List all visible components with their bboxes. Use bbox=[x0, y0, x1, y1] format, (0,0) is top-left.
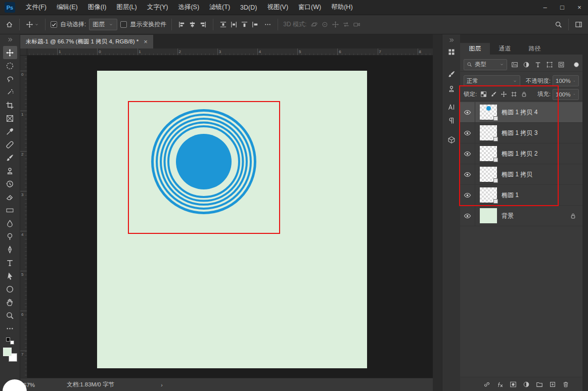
fill-field[interactable]: 100% bbox=[553, 89, 579, 100]
lock-transparent-pixels-icon[interactable] bbox=[479, 89, 488, 100]
layer-row[interactable]: 椭圆 1 拷贝 4 bbox=[460, 102, 582, 123]
layer-thumbnail[interactable] bbox=[480, 105, 497, 120]
filter-pixel-layers-icon[interactable] bbox=[509, 60, 520, 70]
vertical-ruler[interactable]: 01234567 bbox=[20, 56, 27, 378]
edit-toolbar-button[interactable] bbox=[3, 322, 17, 335]
new-layer-icon[interactable] bbox=[548, 379, 557, 390]
layer-visibility-icon[interactable] bbox=[460, 185, 475, 205]
foreground-color-swatch[interactable] bbox=[3, 348, 12, 356]
distribute-horizontal-centers-icon[interactable] bbox=[250, 20, 260, 29]
filter-smart-objects-icon[interactable] bbox=[556, 60, 566, 70]
pen-tool[interactable] bbox=[3, 243, 17, 256]
hand-tool[interactable] bbox=[3, 296, 17, 309]
3d-panel-icon[interactable] bbox=[445, 134, 458, 145]
auto-select-target-dropdown[interactable]: 图层 bbox=[89, 19, 117, 30]
3d-slide-icon[interactable] bbox=[341, 20, 351, 29]
align-horizontal-centers-icon[interactable] bbox=[188, 20, 197, 29]
layer-thumbnail[interactable] bbox=[480, 187, 497, 203]
layer-thumbnail[interactable] bbox=[480, 125, 497, 140]
horizontal-ruler[interactable]: 1012345678 bbox=[27, 48, 433, 56]
crop-tool[interactable] bbox=[3, 99, 17, 112]
delete-layer-icon[interactable] bbox=[561, 379, 570, 390]
layer-row[interactable]: 背景 bbox=[460, 206, 582, 226]
brush-tool[interactable] bbox=[3, 151, 17, 164]
more-align-options-button[interactable] bbox=[263, 20, 273, 29]
frame-tool[interactable] bbox=[3, 112, 17, 125]
new-group-icon[interactable] bbox=[535, 379, 544, 390]
filter-adjustment-layers-icon[interactable] bbox=[521, 60, 531, 70]
status-expander-icon[interactable]: › bbox=[161, 382, 163, 388]
healing-brush-tool[interactable] bbox=[3, 138, 17, 151]
layer-row[interactable]: 椭圆 1 bbox=[460, 185, 582, 206]
menu-filter[interactable]: 滤镜(T) bbox=[204, 0, 235, 15]
3d-scale-icon[interactable] bbox=[352, 20, 361, 29]
document-canvas[interactable] bbox=[97, 71, 367, 368]
menu-edit[interactable]: 编辑(E) bbox=[52, 0, 83, 15]
collapse-toolbar-icon[interactable] bbox=[7, 36, 13, 44]
clone-source-panel-icon[interactable] bbox=[445, 83, 458, 94]
filter-type-layers-icon[interactable] bbox=[532, 60, 543, 70]
layer-visibility-icon[interactable] bbox=[460, 164, 475, 184]
filter-shape-layers-icon[interactable] bbox=[544, 60, 555, 70]
maximize-button[interactable]: □ bbox=[554, 0, 571, 15]
minimize-button[interactable]: – bbox=[536, 0, 554, 15]
layer-visibility-icon[interactable] bbox=[460, 102, 475, 122]
default-colors-icon[interactable] bbox=[6, 337, 14, 345]
lock-image-pixels-icon[interactable] bbox=[489, 89, 499, 100]
menu-select[interactable]: 选择(S) bbox=[173, 0, 204, 15]
lock-artboard-icon[interactable] bbox=[509, 89, 519, 100]
blend-mode-dropdown[interactable]: 正常 bbox=[464, 75, 520, 86]
tab-paths[interactable]: 路径 bbox=[520, 43, 550, 55]
layer-style-icon[interactable] bbox=[495, 379, 505, 390]
link-layers-icon[interactable] bbox=[482, 379, 491, 390]
layer-visibility-icon[interactable] bbox=[460, 123, 475, 143]
filter-toggle[interactable] bbox=[574, 62, 579, 67]
close-document-icon[interactable]: × bbox=[144, 38, 148, 45]
distribute-vertical-centers-icon[interactable] bbox=[229, 20, 239, 29]
menu-layer[interactable]: 图层(L) bbox=[111, 0, 142, 15]
paragraph-panel-icon[interactable] bbox=[445, 115, 458, 126]
gradient-tool[interactable] bbox=[3, 204, 17, 217]
3d-roll-icon[interactable] bbox=[320, 20, 330, 29]
lock-position-icon[interactable] bbox=[499, 89, 509, 100]
layer-row[interactable]: 椭圆 1 拷贝 3 bbox=[460, 123, 582, 143]
opacity-field[interactable]: 100% bbox=[553, 75, 579, 86]
distribute-top-edges-icon[interactable] bbox=[218, 20, 228, 29]
tab-channels[interactable]: 通道 bbox=[490, 43, 520, 55]
layer-visibility-icon[interactable] bbox=[460, 143, 475, 164]
3d-pan-icon[interactable] bbox=[331, 20, 340, 29]
history-brush-tool[interactable] bbox=[3, 177, 17, 190]
tool-preset-dropdown[interactable] bbox=[25, 20, 40, 29]
ellipse-tool[interactable] bbox=[3, 282, 17, 296]
search-icon[interactable] bbox=[554, 20, 563, 29]
lasso-tool[interactable] bbox=[3, 72, 17, 85]
eraser-tool[interactable] bbox=[3, 190, 17, 204]
menu-help[interactable]: 帮助(H) bbox=[326, 0, 357, 15]
menu-image[interactable]: 图像(I) bbox=[83, 0, 112, 15]
expand-panels-icon[interactable] bbox=[448, 37, 455, 44]
add-layer-mask-icon[interactable] bbox=[509, 379, 518, 390]
menu-3d[interactable]: 3D(D) bbox=[235, 0, 262, 15]
show-transform-checkbox[interactable] bbox=[120, 21, 127, 28]
eyedropper-tool[interactable] bbox=[3, 125, 17, 138]
layer-visibility-icon[interactable] bbox=[460, 206, 475, 226]
menu-window[interactable]: 窗口(W) bbox=[293, 0, 326, 15]
align-left-edges-icon[interactable] bbox=[177, 20, 187, 29]
properties-panel-icon[interactable] bbox=[445, 46, 458, 58]
quick-selection-tool[interactable] bbox=[3, 85, 17, 99]
auto-select-checkbox[interactable] bbox=[51, 21, 57, 28]
tab-layers[interactable]: 图层 bbox=[460, 43, 490, 55]
home-button[interactable] bbox=[5, 20, 14, 29]
clone-stamp-tool[interactable] bbox=[3, 164, 17, 177]
document-tab[interactable]: 未标题-1 @ 66.7% (椭圆 1 拷贝 4, RGB/8) * × bbox=[20, 35, 153, 48]
blur-tool[interactable] bbox=[3, 217, 17, 230]
layer-row[interactable]: 椭圆 1 拷贝 2 bbox=[460, 143, 582, 164]
3d-orbit-icon[interactable] bbox=[309, 20, 319, 29]
canvas-viewport[interactable] bbox=[27, 56, 433, 378]
layer-thumbnail[interactable] bbox=[480, 146, 497, 161]
close-button[interactable]: × bbox=[571, 0, 588, 15]
type-tool[interactable] bbox=[3, 256, 17, 269]
ruler-origin[interactable] bbox=[20, 48, 27, 56]
move-tool[interactable] bbox=[3, 46, 17, 59]
align-right-edges-icon[interactable] bbox=[198, 20, 208, 29]
